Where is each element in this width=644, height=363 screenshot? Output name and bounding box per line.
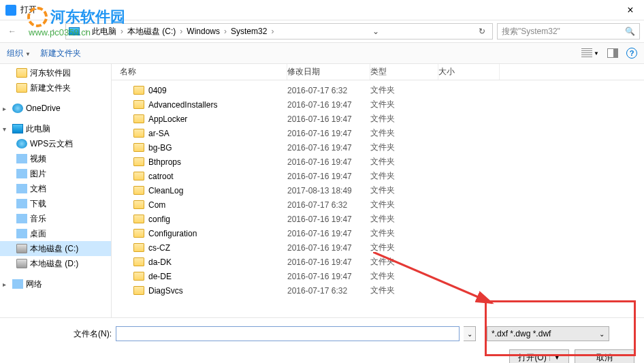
open-button[interactable]: 打开(O)▼ [509, 349, 569, 363]
file-row[interactable]: ar-SA2016-07-16 19:47文件夹 [112, 126, 644, 140]
file-row[interactable]: cs-CZ2016-07-16 19:47文件夹 [112, 240, 644, 255]
file-row[interactable]: DiagSvcs2016-07-17 6:32文件夹 [112, 283, 644, 298]
file-row[interactable]: CleanLog2017-08-13 18:49文件夹 [112, 183, 644, 198]
sidebar-item[interactable]: ▸OneDrive [0, 101, 111, 116]
close-button[interactable]: × [617, 0, 644, 20]
sidebar-item[interactable]: 本地磁盘 (D:) [0, 256, 111, 271]
filename-input[interactable] [116, 326, 460, 341]
file-row[interactable]: config2016-07-16 19:47文件夹 [112, 212, 644, 226]
file-type: 文件夹 [370, 242, 438, 253]
file-name: catroot [148, 172, 174, 181]
filetype-value: *.dxf *.dwg *.dwf [492, 329, 551, 338]
file-date: 2017-08-13 18:49 [287, 186, 370, 195]
generic-icon [16, 169, 27, 178]
file-row[interactable]: AdvancedInstallers2016-07-16 19:47文件夹 [112, 97, 644, 112]
sidebar-item-label: 文档 [30, 183, 46, 195]
file-date: 2016-07-17 6:32 [287, 86, 370, 95]
help-button[interactable]: ? [626, 48, 637, 59]
folder-icon [16, 68, 27, 78]
sidebar-item[interactable]: 音乐 [0, 211, 111, 226]
breadcrumb[interactable]: › 此电脑 › 本地磁盘 (C:) › Windows › System32 ›… [65, 23, 493, 40]
cloud-icon [12, 104, 23, 113]
folder-icon [133, 172, 144, 180]
sidebar-item[interactable]: 文档 [0, 181, 111, 196]
generic-icon [16, 229, 27, 238]
file-list: 名称 修改日期 类型 大小 04092016-07-17 6:32文件夹Adva… [112, 64, 644, 317]
file-name: DiagSvcs [148, 286, 183, 296]
drive-icon [16, 259, 27, 268]
new-folder-button[interactable]: 新建文件夹 [40, 48, 81, 59]
sidebar-item-label: 此电脑 [26, 123, 50, 135]
file-type: 文件夹 [370, 113, 438, 125]
sidebar-item[interactable]: 河东软件园 [0, 65, 111, 80]
column-size[interactable]: 大小 [438, 64, 500, 80]
sidebar-item[interactable]: 图片 [0, 166, 111, 181]
file-date: 2016-07-16 19:47 [287, 114, 370, 124]
folder-icon [133, 157, 144, 166]
sidebar-item[interactable]: WPS云文档 [0, 136, 111, 151]
nav-back-button[interactable]: ← [4, 23, 20, 40]
file-name: 0409 [148, 86, 167, 95]
file-type: 文件夹 [370, 270, 438, 282]
cancel-button[interactable]: 取消 [575, 349, 634, 363]
file-name: Bthprops [148, 157, 181, 167]
column-name[interactable]: 名称 [112, 64, 287, 80]
sidebar-item[interactable]: 本地磁盘 (C:) [0, 241, 111, 256]
sidebar-item-label: 桌面 [30, 228, 46, 240]
file-row[interactable]: 04092016-07-17 6:32文件夹 [112, 83, 644, 97]
file-name: CleanLog [148, 186, 183, 195]
file-row[interactable]: de-DE2016-07-16 19:47文件夹 [112, 269, 644, 283]
refresh-icon[interactable]: ↻ [474, 27, 489, 36]
breadcrumb-seg[interactable]: 本地磁盘 (C:) [126, 26, 177, 37]
file-date: 2016-07-16 19:47 [287, 172, 370, 181]
sidebar-item[interactable]: ▾此电脑 [0, 121, 111, 136]
nav-up-button[interactable]: ↑ [45, 23, 61, 40]
sidebar-item[interactable]: 下载 [0, 196, 111, 211]
file-row[interactable]: catroot2016-07-16 19:47文件夹 [112, 169, 644, 183]
generic-icon [16, 154, 27, 163]
column-type[interactable]: 类型 [370, 64, 438, 80]
folder-icon [16, 83, 27, 93]
file-name: Configuration [148, 229, 197, 238]
file-name: Com [148, 200, 165, 210]
breadcrumb-seg[interactable]: Windows [185, 27, 221, 36]
filetype-combo[interactable]: *.dxf *.dwg *.dwf ⌄ [487, 326, 609, 341]
sidebar-item[interactable]: 视频 [0, 151, 111, 166]
filename-dropdown[interactable]: ⌄ [464, 326, 476, 341]
breadcrumb-dropdown-icon[interactable]: ⌄ [368, 27, 383, 36]
folder-icon [133, 86, 144, 95]
caret-icon: ▸ [3, 281, 10, 288]
search-icon: 🔍 [625, 27, 635, 36]
view-options-button[interactable]: ▼ [581, 48, 599, 58]
generic-icon [16, 214, 27, 223]
file-row[interactable]: da-DK2016-07-16 19:47文件夹 [112, 255, 644, 269]
breadcrumb-seg[interactable]: 此电脑 [91, 26, 118, 37]
pc-icon [69, 27, 80, 35]
sidebar-item[interactable]: 新建文件夹 [0, 80, 111, 95]
file-row[interactable]: Com2016-07-17 6:32文件夹 [112, 198, 644, 212]
folder-icon [133, 143, 144, 152]
file-row[interactable]: Bthprops2016-07-16 19:47文件夹 [112, 155, 644, 169]
file-date: 2016-07-16 19:47 [287, 143, 370, 153]
breadcrumb-seg[interactable]: System32 [229, 27, 268, 36]
sidebar-item-label: 音乐 [30, 213, 46, 225]
file-type: 文件夹 [370, 185, 438, 196]
folder-icon [133, 272, 144, 281]
preview-pane-button[interactable] [607, 48, 618, 58]
file-type: 文件夹 [370, 285, 438, 296]
sidebar-item[interactable]: ▸网络 [0, 277, 111, 291]
organize-menu[interactable]: 组织▼ [7, 48, 31, 59]
folder-icon [133, 257, 144, 266]
window-title: 打开 [20, 4, 617, 16]
file-row[interactable]: Configuration2016-07-16 19:47文件夹 [112, 226, 644, 240]
file-date: 2016-07-16 19:47 [287, 257, 370, 267]
sidebar-item[interactable]: 桌面 [0, 226, 111, 241]
search-placeholder: 搜索"System32" [502, 26, 560, 37]
nav-forward-button[interactable]: → [25, 23, 41, 40]
sidebar-item-label: 本地磁盘 (C:) [30, 243, 78, 255]
search-input[interactable]: 搜索"System32" 🔍 [497, 23, 640, 40]
column-date[interactable]: 修改日期 [287, 64, 370, 80]
file-row[interactable]: bg-BG2016-07-16 19:47文件夹 [112, 140, 644, 155]
file-row[interactable]: AppLocker2016-07-16 19:47文件夹 [112, 112, 644, 126]
file-date: 2016-07-16 19:47 [287, 129, 370, 138]
